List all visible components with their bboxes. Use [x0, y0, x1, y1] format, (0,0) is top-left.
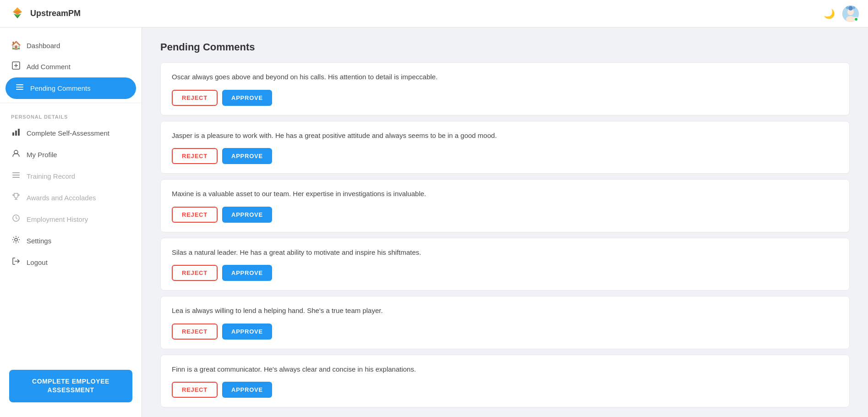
sidebar-item-my-profile[interactable]: My Profile: [0, 144, 142, 165]
logo: UpstreamPM: [9, 5, 81, 22]
sidebar-item-self-assessment[interactable]: Complete Self-Assessment: [0, 122, 142, 144]
approve-button[interactable]: APPROVE: [222, 148, 272, 164]
sidebar: 🏠 Dashboard Add Comment Pendi: [0, 27, 142, 417]
approve-button[interactable]: APPROVE: [222, 382, 272, 398]
sidebar-label-dashboard: Dashboard: [27, 42, 60, 49]
layout: 🏠 Dashboard Add Comment Pendi: [0, 27, 868, 417]
header-right: 🌙: [824, 5, 859, 22]
comment-card: Lea is always willing to lend a helping …: [160, 296, 850, 349]
comment-actions: REJECTAPPROVE: [172, 382, 838, 398]
comment-actions: REJECTAPPROVE: [172, 90, 838, 106]
reject-button[interactable]: REJECT: [172, 324, 218, 340]
gear-icon: [11, 236, 21, 246]
comment-actions: REJECTAPPROVE: [172, 148, 838, 164]
svg-point-28: [15, 238, 17, 241]
svg-rect-13: [16, 84, 23, 85]
comment-text: Lea is always willing to lend a helping …: [172, 306, 838, 316]
svg-rect-18: [18, 129, 20, 136]
comment-text: Silas a natural leader. He has a great a…: [172, 247, 838, 258]
sidebar-label-self-assessment: Complete Self-Assessment: [27, 129, 109, 137]
sidebar-divider: [0, 103, 142, 103]
reject-button[interactable]: REJECT: [172, 207, 218, 223]
svg-line-27: [16, 218, 17, 219]
approve-button[interactable]: APPROVE: [222, 324, 272, 340]
comment-card: Silas a natural leader. He has a great a…: [160, 238, 850, 291]
sidebar-item-settings[interactable]: Settings: [0, 230, 142, 252]
sidebar-label-add-comment: Add Comment: [27, 63, 71, 71]
comments-list: Oscar always goes above and beyond on hi…: [160, 62, 850, 407]
svg-rect-14: [16, 87, 23, 88]
sidebar-label-training-record: Training Record: [27, 172, 75, 180]
approve-button[interactable]: APPROVE: [222, 90, 272, 106]
reject-button[interactable]: REJECT: [172, 90, 218, 106]
comment-actions: REJECTAPPROVE: [172, 265, 838, 281]
logout-icon: [11, 257, 21, 268]
sidebar-label-awards: Awards and Accolades: [27, 194, 96, 202]
avatar-wrap[interactable]: [842, 5, 859, 22]
logo-icon: [9, 5, 26, 22]
comment-card: Maxine is a valuable asset to our team. …: [160, 179, 850, 232]
comment-text: Finn is a great communicator. He's alway…: [172, 364, 838, 375]
moon-icon[interactable]: 🌙: [824, 8, 835, 19]
svg-rect-20: [12, 172, 20, 173]
training-icon: [11, 171, 21, 181]
sidebar-label-logout: Logout: [27, 258, 48, 266]
profile-icon: [11, 149, 21, 160]
comment-card: Jasper is a pleasure to work with. He ha…: [160, 121, 850, 174]
comment-card: Finn is a great communicator. He's alway…: [160, 355, 850, 408]
sidebar-label-settings: Settings: [27, 237, 51, 245]
svg-rect-15: [16, 89, 23, 90]
header: UpstreamPM 🌙: [0, 0, 868, 27]
svg-rect-22: [12, 177, 20, 178]
comment-text: Jasper is a pleasure to work with. He ha…: [172, 131, 838, 141]
comment-card: Oscar always goes above and beyond on hi…: [160, 62, 850, 115]
sidebar-item-pending-comments[interactable]: Pending Comments: [5, 77, 136, 99]
comment-actions: REJECTAPPROVE: [172, 207, 838, 223]
sidebar-label-employment-history: Employment History: [27, 215, 88, 223]
logo-text: UpstreamPM: [30, 9, 81, 18]
trophy-icon: [11, 192, 21, 203]
svg-point-7: [848, 6, 853, 11]
sidebar-label-my-profile: My Profile: [27, 151, 57, 159]
svg-rect-17: [15, 131, 17, 136]
complete-btn-wrap: COMPLETE EMPLOYEE ASSESSMENT: [0, 362, 142, 410]
sidebar-item-awards: Awards and Accolades: [0, 187, 142, 208]
comment-text: Oscar always goes above and beyond on hi…: [172, 72, 838, 82]
home-icon: 🏠: [11, 40, 21, 50]
sidebar-item-logout[interactable]: Logout: [0, 252, 142, 273]
page-title: Pending Comments: [160, 41, 850, 53]
svg-point-8: [846, 6, 849, 9]
approve-button[interactable]: APPROVE: [222, 265, 272, 281]
main-content: Pending Comments Oscar always goes above…: [142, 27, 868, 417]
sidebar-item-employment-history: Employment History: [0, 208, 142, 230]
comment-actions: REJECTAPPROVE: [172, 324, 838, 340]
complete-employee-assessment-button[interactable]: COMPLETE EMPLOYEE ASSESSMENT: [9, 370, 132, 402]
comment-text: Maxine is a valuable asset to our team. …: [172, 189, 838, 199]
reject-button[interactable]: REJECT: [172, 148, 218, 164]
sidebar-label-pending-comments: Pending Comments: [30, 84, 91, 92]
approve-button[interactable]: APPROVE: [222, 207, 272, 223]
reject-button[interactable]: REJECT: [172, 265, 218, 281]
chart-icon: [11, 128, 21, 138]
svg-rect-21: [12, 175, 20, 176]
sidebar-item-add-comment[interactable]: Add Comment: [0, 56, 142, 77]
svg-point-9: [852, 6, 855, 9]
reject-button[interactable]: REJECT: [172, 382, 218, 398]
svg-rect-16: [12, 132, 14, 136]
add-icon: [11, 61, 21, 72]
sidebar-item-training-record: Training Record: [0, 165, 142, 187]
avatar-status: [854, 17, 858, 22]
list-icon: [15, 83, 25, 93]
sidebar-item-dashboard[interactable]: 🏠 Dashboard: [0, 35, 142, 56]
clock-icon: [11, 214, 21, 225]
sidebar-section-label: PERSONAL DETAILS: [0, 107, 142, 122]
